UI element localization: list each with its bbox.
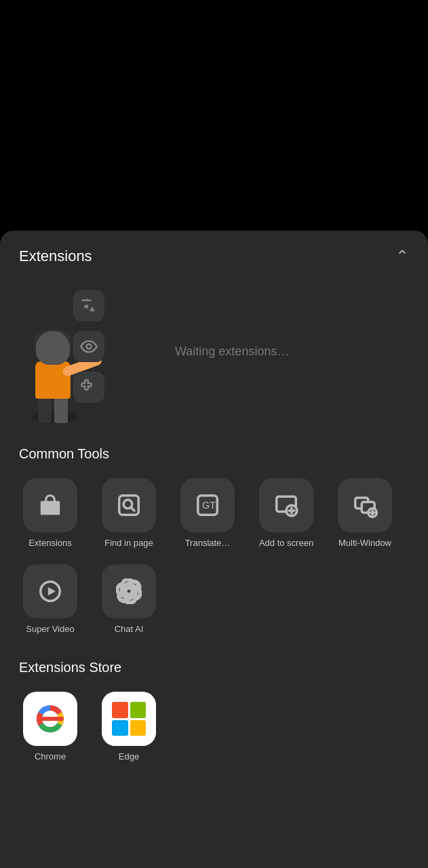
panel-header: Extensions ⌃ — [0, 231, 428, 277]
edge-blue — [112, 720, 128, 736]
tool-add-to-screen[interactable]: Add to screen — [250, 473, 323, 553]
svg-rect-20 — [37, 717, 64, 721]
chrome-icon-svg — [26, 695, 74, 743]
common-tools-grid: Extensions Find in page GT Translate… — [0, 473, 428, 639]
float-icon-translate — [73, 290, 104, 321]
tool-super-video-icon — [23, 564, 77, 618]
tool-extensions[interactable]: Extensions — [14, 473, 87, 553]
store-edge[interactable]: Edge — [92, 686, 166, 767]
store-section-title: Extensions Store — [0, 653, 428, 686]
tool-find-label: Find in page — [95, 538, 163, 548]
character-illustration — [19, 283, 155, 419]
store-chrome[interactable]: Chrome — [14, 686, 87, 767]
tool-add-screen-icon — [259, 478, 313, 532]
float-icon-puzzle — [73, 372, 104, 403]
tool-add-screen-label: Add to screen — [252, 538, 320, 548]
extensions-panel: Extensions ⌃ — [0, 231, 428, 868]
panel-title: Extensions — [19, 248, 92, 265]
edge-red — [112, 702, 128, 718]
edge-yellow — [130, 720, 147, 736]
tool-extensions-icon — [23, 478, 77, 532]
edge-grid — [112, 702, 146, 736]
collapse-icon[interactable]: ⌃ — [395, 247, 409, 266]
tool-translate[interactable]: GT Translate… — [171, 473, 244, 553]
tool-chat-ai[interactable]: Chat AI — [92, 559, 166, 639]
svg-text:GT: GT — [202, 500, 216, 511]
edge-icon — [102, 692, 156, 746]
tool-translate-label: Translate… — [174, 538, 241, 548]
svg-point-0 — [87, 344, 92, 349]
tool-chat-ai-label: Chat AI — [95, 624, 163, 634]
svg-rect-1 — [119, 496, 139, 515]
edge-icon-wrap — [102, 692, 156, 746]
tool-multi-window[interactable]: Multi-Window — [328, 473, 402, 553]
char-leg-right — [54, 396, 68, 423]
edge-green — [130, 702, 147, 718]
char-body — [26, 331, 80, 419]
tool-multi-window-icon — [338, 478, 392, 532]
floating-extension-icons — [73, 290, 104, 403]
tool-translate-icon: GT — [180, 478, 235, 532]
tool-find-in-page[interactable]: Find in page — [92, 473, 166, 553]
store-grid: Chrome Edge — [0, 686, 428, 767]
waiting-text: Waiting extensions… — [175, 344, 289, 359]
char-head — [36, 331, 70, 365]
svg-marker-16 — [48, 587, 56, 596]
tool-super-video[interactable]: Super Video — [14, 559, 87, 639]
common-tools-title: Common Tools — [0, 439, 428, 473]
tool-multi-window-label: Multi-Window — [331, 538, 399, 548]
float-icon-eye — [73, 331, 104, 362]
tool-find-icon — [102, 478, 156, 532]
chrome-icon-wrap — [23, 692, 77, 746]
edge-label: Edge — [95, 751, 163, 762]
chrome-label: Chrome — [16, 751, 84, 762]
character-figure — [26, 331, 80, 419]
char-leg-left — [38, 396, 52, 423]
extensions-store-section: Extensions Store — [0, 653, 428, 767]
tool-extensions-label: Extensions — [16, 538, 84, 548]
top-black-area — [0, 0, 428, 231]
extensions-waiting-area: Waiting extensions… — [0, 277, 428, 439]
svg-line-3 — [131, 507, 134, 511]
tool-super-video-label: Super Video — [16, 624, 84, 634]
tool-chat-ai-icon — [102, 564, 156, 618]
